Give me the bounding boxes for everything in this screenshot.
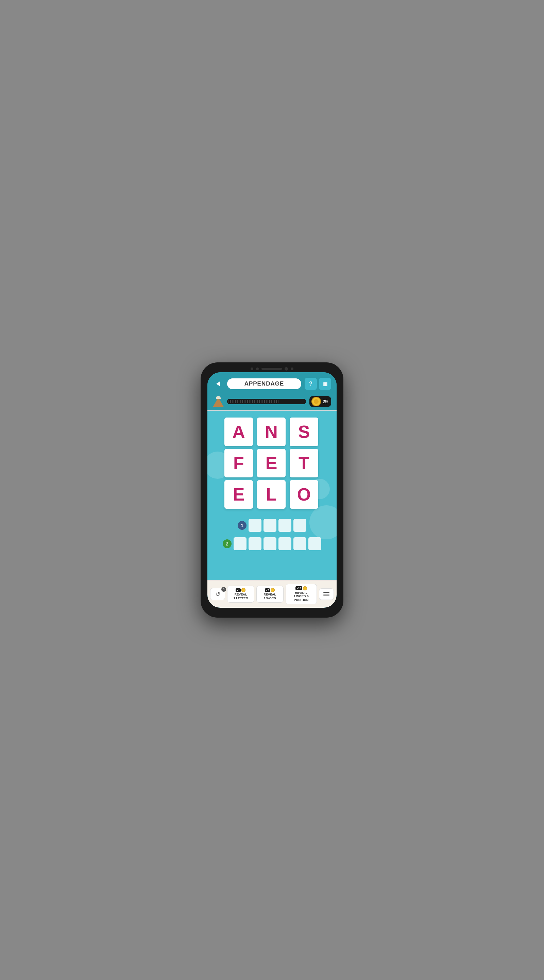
letter-cell-1[interactable]: N [257,417,285,446]
word2-slot-6 [308,537,321,550]
menu-line-3 [324,595,330,596]
speaker [262,368,282,370]
back-button[interactable] [213,379,224,389]
phone-device: APPENDAGE ? ▦ [201,363,343,617]
word1-slot-4 [293,519,306,532]
letter-cell-7[interactable]: L [257,480,285,509]
phone-screen: APPENDAGE ? ▦ [208,372,336,608]
reveal-word-button[interactable]: x7 REVEAL 1 WORD [256,585,284,603]
puzzle-title: APPENDAGE [227,379,301,389]
menu-line-2 [324,594,330,595]
coin-icon [311,397,321,406]
reveal-word-position-multiplier: x15 [295,586,302,590]
video-button[interactable]: ▦ [319,378,331,390]
reveal-word-coin [271,588,275,592]
phone-notch [251,367,293,371]
word1-slot-3 [278,519,291,532]
reveal-letter-cost: x1 [230,588,251,592]
letter-cell-3[interactable]: F [224,449,253,477]
reveal-letter-coin [241,588,246,592]
reveal-word-position-coin [303,586,307,590]
letter-cell-2[interactable]: S [290,417,318,446]
progress-area: 29 [208,394,336,410]
reveal-letter-multiplier: x1 [236,588,241,592]
undo-button[interactable]: ↺ 0 [210,588,225,600]
letter-cell-6[interactable]: E [224,480,253,509]
bottom-toolbar: ↺ 0 x1 REVEAL 1 LETTER x7 [208,581,336,608]
word-row-1: 1 [238,519,306,532]
coin-area: 29 [309,396,331,407]
word2-slot-1 [233,537,246,550]
word2-slot-3 [263,537,276,550]
coin-value: 29 [322,399,328,404]
dot-1 [251,368,253,370]
volcano-icon [213,396,224,407]
menu-line-1 [324,592,330,593]
header-icons: ? ▦ [305,378,331,390]
word-number-2: 2 [223,539,232,548]
game-area: A N S F E T E [208,411,336,580]
word2-slot-5 [293,537,306,550]
word2-slot-2 [249,537,262,550]
undo-count: 0 [221,587,226,592]
film-icon: ▦ [323,381,327,387]
reveal-letter-button[interactable]: x1 REVEAL 1 LETTER [227,585,254,603]
reveal-word-position-label: REVEAL 1 WORD & POSITION [289,591,314,602]
reveal-word-position-button[interactable]: x15 REVEAL 1 WORD & POSITION [285,584,317,605]
reveal-word-position-cost: x15 [289,586,314,590]
reveal-word-label: REVEAL 1 WORD [264,593,276,600]
back-arrow-icon [216,381,220,387]
header: APPENDAGE ? ▦ [208,372,336,394]
letter-cell-5[interactable]: T [290,449,318,477]
reveal-word-cost: x7 [259,588,281,592]
word-row-2: 2 [223,537,321,550]
progress-bar [227,399,306,404]
letter-cell-8[interactable]: O [290,480,318,509]
camera [285,367,288,371]
coin-count-display: 29 [309,396,331,407]
letter-cell-0[interactable]: A [224,417,253,446]
help-button[interactable]: ? [305,378,317,390]
word1-slot-1 [249,519,262,532]
progress-bar-lines [227,399,306,404]
reveal-word-multiplier: x7 [265,588,270,592]
word-number-1: 1 [238,521,246,530]
question-mark-icon: ? [309,381,312,387]
letter-cell-4[interactable]: E [257,449,285,477]
dot-3 [291,368,293,370]
dot-2 [256,368,259,370]
bokeh-3 [309,505,336,539]
word1-slot-2 [263,519,276,532]
letter-grid: A N S F E T E [224,417,320,509]
menu-button[interactable] [319,588,334,600]
undo-icon: ↺ [215,590,220,598]
reveal-letter-label: REVEAL 1 LETTER [233,593,248,600]
word2-slot-4 [278,537,291,550]
